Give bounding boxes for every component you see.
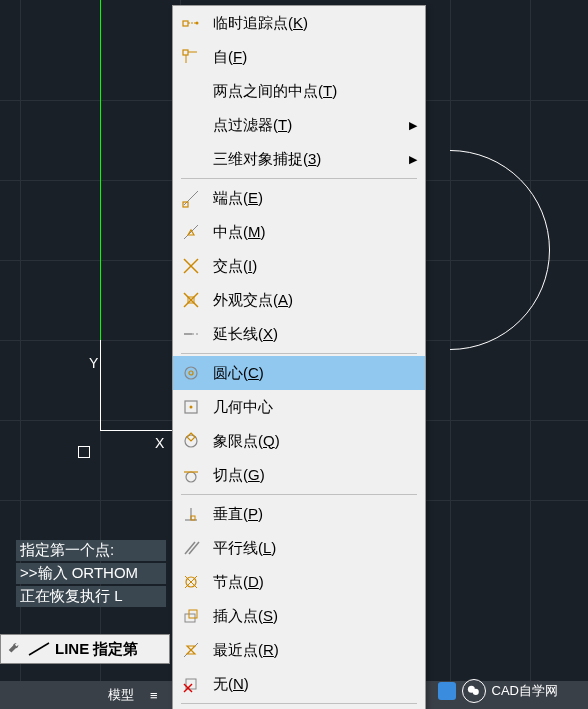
layout-icon[interactable]: ≡	[142, 688, 166, 703]
none-icon	[177, 670, 205, 698]
menu-item-label: 延长线(X)	[213, 325, 417, 344]
insert-icon	[177, 602, 205, 630]
share-icon[interactable]	[438, 682, 456, 700]
endpoint-icon	[177, 184, 205, 212]
center-icon	[177, 359, 205, 387]
menu-item-label: 端点(E)	[213, 189, 417, 208]
menu-item-label: 中点(M)	[213, 223, 417, 242]
menu-item-point-filters[interactable]: 点过滤器(T)▶	[173, 108, 425, 142]
x-axis-label: X	[155, 435, 164, 451]
wechat-icon[interactable]	[462, 679, 486, 703]
menu-item-perpendicular[interactable]: 垂直(P)	[173, 497, 425, 531]
menu-item-label: 交点(I)	[213, 257, 417, 276]
y-axis-label: Y	[89, 355, 98, 371]
command-input-bar[interactable]: LINE 指定第	[0, 634, 170, 664]
midpoint-icon	[177, 218, 205, 246]
submenu-arrow-icon: ▶	[409, 153, 417, 166]
menu-item-3d-osnap[interactable]: 三维对象捕捉(3)▶	[173, 142, 425, 176]
menu-item-tangent[interactable]: 切点(G)	[173, 458, 425, 492]
svg-point-5	[196, 22, 199, 25]
menu-item-label: 几何中心	[213, 398, 417, 417]
parallel-icon	[177, 534, 205, 562]
from-icon	[177, 43, 205, 71]
command-input-text: LINE 指定第	[55, 640, 138, 659]
menu-item-label: 插入点(S)	[213, 607, 417, 626]
model-tab[interactable]: 模型	[100, 686, 142, 704]
menu-separator	[181, 494, 417, 495]
3d-osnap-icon	[177, 145, 205, 173]
menu-separator	[181, 703, 417, 704]
tangent-icon	[177, 461, 205, 489]
menu-item-label: 最近点(R)	[213, 641, 417, 660]
float-label: CAD自学网	[492, 682, 558, 700]
grid-line	[530, 0, 531, 709]
quadrant-icon	[177, 427, 205, 455]
menu-item-center[interactable]: 圆心(C)	[173, 356, 425, 390]
svg-point-22	[190, 406, 193, 409]
osnap-context-menu: 临时追踪点(K)自(F)两点之间的中点(T)点过滤器(T)▶三维对象捕捉(3)▶…	[172, 5, 426, 709]
intersection-icon	[177, 252, 205, 280]
extension-icon	[177, 320, 205, 348]
menu-item-label: 切点(G)	[213, 466, 417, 485]
nearest-icon	[177, 636, 205, 664]
menu-item-insert[interactable]: 插入点(S)	[173, 599, 425, 633]
command-history: 指定第一个点: >>输入 ORTHOM 正在恢复执行 L	[16, 540, 166, 609]
menu-item-from[interactable]: 自(F)	[173, 40, 425, 74]
menu-item-endpoint[interactable]: 端点(E)	[173, 181, 425, 215]
menu-item-geo-center[interactable]: 几何中心	[173, 390, 425, 424]
line-command-icon	[27, 641, 51, 657]
menu-item-label: 外观交点(A)	[213, 291, 417, 310]
menu-item-none[interactable]: 无(N)	[173, 667, 425, 701]
menu-item-label: 圆心(C)	[213, 364, 417, 383]
svg-point-19	[185, 367, 197, 379]
cmd-history-line: >>输入 ORTHOM	[16, 563, 166, 584]
ucs-y-indicator	[100, 340, 101, 430]
svg-rect-10	[183, 202, 188, 207]
temp-track-icon	[177, 9, 205, 37]
apparent-icon	[177, 286, 205, 314]
submenu-arrow-icon: ▶	[409, 119, 417, 132]
menu-item-apparent-int[interactable]: 外观交点(A)	[173, 283, 425, 317]
svg-line-11	[184, 225, 198, 239]
customize-icon[interactable]	[7, 642, 21, 656]
svg-rect-3	[183, 21, 188, 26]
menu-item-nearest[interactable]: 最近点(R)	[173, 633, 425, 667]
menu-separator	[181, 353, 417, 354]
menu-item-label: 点过滤器(T)	[213, 116, 409, 135]
svg-rect-6	[183, 50, 188, 55]
menu-item-parallel[interactable]: 平行线(L)	[173, 531, 425, 565]
menu-item-label: 自(F)	[213, 48, 417, 67]
ucs-x-indicator	[100, 430, 180, 431]
menu-item-node[interactable]: 节点(D)	[173, 565, 425, 599]
grid-line	[450, 0, 451, 709]
ucs-origin-icon	[78, 446, 90, 458]
menu-item-extension[interactable]: 延长线(X)	[173, 317, 425, 351]
point-filters-icon	[177, 111, 205, 139]
svg-point-20	[189, 371, 193, 375]
cmd-history-line: 指定第一个点:	[16, 540, 166, 561]
node-icon	[177, 568, 205, 596]
cmd-history-line: 正在恢复执行 L	[16, 586, 166, 607]
svg-line-0	[29, 643, 49, 655]
menu-item-label: 临时追踪点(K)	[213, 14, 417, 33]
menu-item-label: 两点之间的中点(T)	[213, 82, 417, 101]
menu-item-label: 无(N)	[213, 675, 417, 694]
menu-item-label: 平行线(L)	[213, 539, 417, 558]
menu-item-intersection[interactable]: 交点(I)	[173, 249, 425, 283]
menu-item-label: 三维对象捕捉(3)	[213, 150, 409, 169]
menu-item-label: 垂直(P)	[213, 505, 417, 524]
floating-toolbar: CAD自学网	[438, 679, 558, 703]
menu-item-label: 节点(D)	[213, 573, 417, 592]
perp-icon	[177, 500, 205, 528]
svg-point-24	[186, 472, 196, 482]
svg-line-9	[184, 191, 198, 205]
menu-separator	[181, 178, 417, 179]
menu-item-midpoint[interactable]: 中点(M)	[173, 215, 425, 249]
mid-between-icon	[177, 77, 205, 105]
menu-item-mid-between[interactable]: 两点之间的中点(T)	[173, 74, 425, 108]
menu-item-label: 象限点(Q)	[213, 432, 417, 451]
menu-item-temp-track[interactable]: 临时追踪点(K)	[173, 6, 425, 40]
svg-point-2	[472, 689, 478, 695]
geocenter-icon	[177, 393, 205, 421]
menu-item-quadrant[interactable]: 象限点(Q)	[173, 424, 425, 458]
